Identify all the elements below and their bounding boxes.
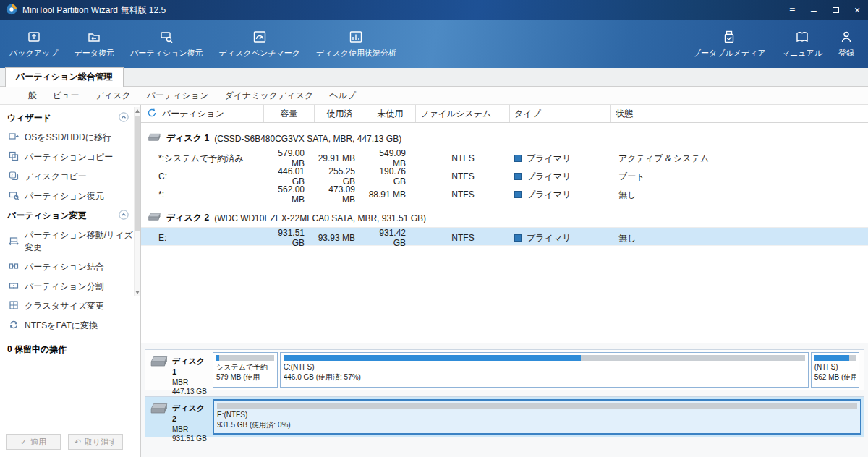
diskmap-disk-scheme: MBR <box>172 424 209 435</box>
toolbar-label: パーティション復元 <box>130 48 203 59</box>
disk-group-row-2[interactable]: ディスク 2 (WDC WD10EZEX-22MFCA0 SATA, MBR, … <box>141 209 868 228</box>
cell-status: アクティブ & システム <box>611 153 868 165</box>
cell-type: プライマリ <box>510 189 611 201</box>
partition-row-e[interactable]: E: 931.51 GB 93.93 MB 931.42 GB NTFS プライ… <box>141 228 868 246</box>
primary-type-swatch <box>514 191 522 198</box>
close-icon[interactable]: × <box>846 0 868 20</box>
cell-partition: C: <box>141 171 264 181</box>
sidebar-item-label: パーティション復元 <box>25 190 104 202</box>
main-panel: パーティション 容量 使用済 未使用 ファイルシステム タイプ 状態 ディスク … <box>141 105 868 457</box>
sidebar-section-partition-change[interactable]: パーティション変更 <box>0 206 140 226</box>
cluster-size-icon <box>9 300 19 312</box>
disk-drive-icon <box>150 356 169 390</box>
menu-disk[interactable]: ディスク <box>88 90 139 102</box>
diskmap-segment-c[interactable]: C:(NTFS) 446.0 GB (使用済: 57%) <box>280 352 809 388</box>
disk-name: ディスク 2 <box>166 212 209 224</box>
tab-bar: パーティション総合管理 <box>0 68 868 87</box>
sidebar-item-partition-copy[interactable]: パーティションコピー <box>0 148 140 167</box>
cell-unused: 931.42 GB <box>365 228 416 248</box>
usage-bar <box>814 355 856 361</box>
disk-benchmark-icon <box>252 30 268 44</box>
bootable-media-icon <box>721 30 737 44</box>
column-partition: パーティション <box>141 105 264 122</box>
diskmap-disk-name: ディスク 2 <box>172 403 209 424</box>
register-icon <box>838 30 854 44</box>
sidebar-item-convert-ntfs-fat[interactable]: NTFSをFATに変換 <box>0 316 140 336</box>
sidebar-item-partition-recovery[interactable]: パーティション復元 <box>0 187 140 206</box>
menu-general[interactable]: 一般 <box>12 90 45 102</box>
partition-table: ディスク 1 (CSSD-S6B480CG3VX SATA, MBR, 447.… <box>141 123 868 343</box>
sidebar-item-label: パーティション移動/サイズ変更 <box>25 229 137 254</box>
sidebar-item-cluster-size[interactable]: クラスタサイズ変更 <box>0 296 140 316</box>
sidebar-item-label: NTFSをFATに変換 <box>25 320 98 332</box>
sidebar-item-label: クラスタサイズ変更 <box>25 300 104 312</box>
toolbar-data-recovery-button[interactable]: データ復元 <box>67 20 123 68</box>
partition-recovery-icon <box>158 30 174 44</box>
toolbar-label: ディスク使用状況分析 <box>316 48 396 59</box>
sidebar-item-label: パーティションコピー <box>25 151 113 163</box>
diskmap-segment-e[interactable]: E:(NTFS) 931.5 GB (使用済: 0%) <box>213 399 861 435</box>
cell-partition: *: <box>141 189 264 200</box>
table-header: パーティション 容量 使用済 未使用 ファイルシステム タイプ 状態 <box>141 105 868 123</box>
disk-group-row-1[interactable]: ディスク 1 (CSSD-S6B480CG3VX SATA, MBR, 447.… <box>141 129 868 148</box>
scroll-up-arrow-icon[interactable] <box>135 109 140 113</box>
cell-used: 93.93 MB <box>315 233 365 243</box>
menu-partition[interactable]: パーティション <box>139 90 217 102</box>
scrollbar-thumb[interactable] <box>135 116 140 231</box>
menu-icon[interactable]: ≡ <box>781 0 803 20</box>
backup-icon <box>26 30 42 44</box>
migrate-os-icon <box>9 132 19 144</box>
disk1-partition-bar: システムで予約 579 MB (使用 C:(NTFS) 446.0 GB (使用… <box>210 350 864 390</box>
partition-row-system-reserved[interactable]: *:システムで予約済み 579.00 MB 29.91 MB 549.09 MB… <box>141 148 868 166</box>
usage-bar <box>217 403 857 409</box>
diskmap-segment-system-reserved[interactable]: システムで予約 579 MB (使用 <box>213 352 278 388</box>
toolbar-label: バックアップ <box>9 48 59 59</box>
apply-button[interactable]: ✓ 適用 <box>6 434 61 450</box>
sidebar-item-merge-partition[interactable]: パーティション結合 <box>0 257 140 277</box>
minimize-icon[interactable]: – <box>803 0 825 20</box>
toolbar-bootable-media-button[interactable]: ブータブルメディア <box>685 20 774 68</box>
toolbar-disk-usage-button[interactable]: ディスク使用状況分析 <box>308 20 404 68</box>
sidebar-section-wizard[interactable]: ウィザード <box>0 108 140 128</box>
toolbar-label: ブータブルメディア <box>693 48 766 59</box>
sidebar-item-disk-copy[interactable]: ディスクコピー <box>0 167 140 187</box>
app-window: MiniTool Partition Wizard 無料版 12.5 ≡ – ×… <box>0 0 868 457</box>
sidebar-item-move-resize[interactable]: パーティション移動/サイズ変更 <box>0 226 140 257</box>
toolbar-manual-button[interactable]: マニュアル <box>774 20 830 68</box>
tab-partition-management[interactable]: パーティション総合管理 <box>5 67 124 87</box>
toolbar-register-button[interactable]: 登録 <box>830 20 862 68</box>
data-recovery-icon <box>86 30 102 44</box>
refresh-icon[interactable] <box>147 108 157 120</box>
collapse-chevron-icon[interactable] <box>119 210 129 222</box>
usage-bar <box>216 355 274 361</box>
menu-view[interactable]: ビュー <box>45 90 88 102</box>
scroll-down-arrow-icon[interactable] <box>135 291 140 294</box>
apply-check-icon: ✓ <box>20 437 27 447</box>
toolbar-partition-recovery-button[interactable]: パーティション復元 <box>122 20 211 68</box>
disk-copy-icon <box>9 171 19 183</box>
menu-dynamic-disk[interactable]: ダイナミックディスク <box>216 90 321 102</box>
menubar: 一般 ビュー ディスク パーティション ダイナミックディスク ヘルプ <box>0 87 868 105</box>
sidebar-item-label: パーティション結合 <box>25 261 104 273</box>
collapse-chevron-icon[interactable] <box>119 112 129 124</box>
sidebar-item-split-partition[interactable]: パーティション分割 <box>0 277 140 296</box>
sidebar-scrollbar[interactable] <box>134 107 140 296</box>
column-filesystem: ファイルシステム <box>416 105 510 122</box>
partition-row-unlabeled[interactable]: *: 562.00 MB 473.09 MB 88.91 MB NTFS プライ… <box>141 184 868 202</box>
convert-ntfs-fat-icon <box>9 320 19 332</box>
maximize-icon[interactable] <box>825 0 846 20</box>
undo-button[interactable]: ↶ 取り消す <box>68 434 123 450</box>
sidebar-item-label: ディスクコピー <box>25 171 87 183</box>
toolbar-backup-button[interactable]: バックアップ <box>1 20 67 68</box>
partition-row-c[interactable]: C: 446.01 GB 255.25 GB 190.76 GB NTFS プラ… <box>141 166 868 184</box>
disk2-info[interactable]: ディスク 2 MBR 931.51 GB <box>145 397 210 437</box>
disk-usage-analysis-icon <box>348 30 364 44</box>
menu-help[interactable]: ヘルプ <box>321 90 364 102</box>
disk-drive-icon <box>148 213 161 223</box>
diskmap-segment-ntfs-562mb[interactable]: (NTFS) 562 MB (使用 <box>811 352 859 388</box>
sidebar-item-migrate-os[interactable]: OSをSSD/HDDに移行 <box>0 128 140 148</box>
diskmap-disk-name: ディスク 1 <box>172 356 209 377</box>
disk1-info[interactable]: ディスク 1 MBR 447.13 GB <box>145 350 210 390</box>
primary-type-swatch <box>514 173 522 180</box>
toolbar-disk-benchmark-button[interactable]: ディスクベンチマーク <box>211 20 308 68</box>
